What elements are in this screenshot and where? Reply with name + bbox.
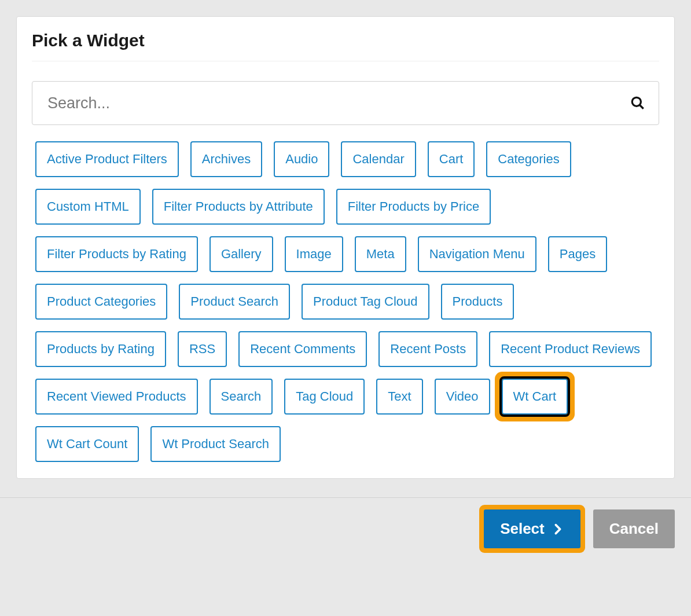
widget-item-recent-comments[interactable]: Recent Comments (238, 331, 367, 367)
widget-item-label: Active Product Filters (47, 152, 167, 166)
widget-item-label: Wt Product Search (162, 437, 269, 451)
widget-item-label: Custom HTML (47, 199, 129, 214)
widget-item-image[interactable]: Image (285, 236, 343, 272)
widget-item-label: Categories (498, 152, 559, 166)
widget-item-filter-products-by-price[interactable]: Filter Products by Price (336, 189, 491, 225)
widget-item-recent-posts[interactable]: Recent Posts (378, 331, 477, 367)
widget-item-label: Cart (439, 152, 464, 166)
widget-item-products-by-rating[interactable]: Products by Rating (35, 331, 166, 367)
widget-item-label: Products (453, 294, 503, 309)
widget-item-label: Calendar (352, 152, 404, 166)
widget-item-tag-cloud[interactable]: Tag Cloud (284, 379, 365, 415)
widget-item-label: Wt Cart (513, 389, 557, 404)
select-button-label: Select (500, 520, 545, 538)
widget-item-label: Product Categories (47, 294, 156, 309)
widget-item-wt-cart[interactable]: Wt Cart (502, 379, 568, 415)
widget-item-label: Video (446, 389, 479, 404)
widget-item-label: Navigation Menu (429, 247, 525, 261)
cancel-button-label: Cancel (609, 520, 659, 538)
widget-list: Active Product FiltersArchivesAudioCalen… (32, 141, 659, 462)
cancel-button[interactable]: Cancel (593, 509, 675, 548)
footer-bar: Select Cancel (0, 497, 691, 564)
widget-item-label: Search (221, 389, 262, 404)
widget-item-label: Gallery (221, 247, 262, 261)
svg-point-0 (632, 97, 641, 106)
widget-item-products[interactable]: Products (441, 284, 514, 320)
widget-item-filter-products-by-attribute[interactable]: Filter Products by Attribute (152, 189, 325, 225)
widget-item-label: Filter Products by Rating (47, 247, 186, 261)
svg-line-1 (639, 105, 644, 109)
widget-item-custom-html[interactable]: Custom HTML (35, 189, 141, 225)
widget-item-audio[interactable]: Audio (274, 141, 329, 177)
widget-item-meta[interactable]: Meta (355, 236, 406, 272)
widget-item-label: Products by Rating (47, 342, 155, 356)
widget-item-wt-cart-count[interactable]: Wt Cart Count (35, 426, 139, 462)
widget-item-categories[interactable]: Categories (486, 141, 571, 177)
widget-item-label: Tag Cloud (296, 389, 353, 404)
widget-item-label: Recent Viewed Products (47, 389, 186, 404)
widget-item-recent-viewed-products[interactable]: Recent Viewed Products (35, 379, 198, 415)
search-input[interactable] (32, 81, 659, 125)
widget-item-label: Image (296, 247, 332, 261)
widget-picker-panel: Pick a Widget Active Product FiltersArch… (16, 16, 675, 479)
widget-item-label: Text (388, 389, 411, 404)
widget-item-cart[interactable]: Cart (428, 141, 475, 177)
widget-item-label: Filter Products by Price (348, 199, 479, 214)
widget-item-label: Archives (202, 152, 251, 166)
search-icon (630, 96, 645, 111)
widget-item-label: Pages (560, 247, 596, 261)
widget-item-label: Recent Product Reviews (501, 342, 640, 356)
widget-item-label: Meta (366, 247, 395, 261)
widget-item-active-product-filters[interactable]: Active Product Filters (35, 141, 179, 177)
widget-item-calendar[interactable]: Calendar (341, 141, 416, 177)
widget-item-label: Filter Products by Attribute (164, 199, 313, 214)
widget-item-search[interactable]: Search (209, 379, 273, 415)
widget-item-label: RSS (189, 342, 215, 356)
widget-item-label: Product Tag Cloud (313, 294, 418, 309)
widget-item-filter-products-by-rating[interactable]: Filter Products by Rating (35, 236, 198, 272)
widget-item-label: Recent Comments (250, 342, 355, 356)
widget-item-archives[interactable]: Archives (190, 141, 262, 177)
panel-title: Pick a Widget (32, 31, 659, 61)
widget-item-video[interactable]: Video (435, 379, 490, 415)
widget-item-rss[interactable]: RSS (178, 331, 227, 367)
widget-item-navigation-menu[interactable]: Navigation Menu (418, 236, 536, 272)
widget-item-pages[interactable]: Pages (548, 236, 607, 272)
widget-item-label: Recent Posts (390, 342, 466, 356)
widget-item-text[interactable]: Text (376, 379, 422, 415)
widget-item-product-tag-cloud[interactable]: Product Tag Cloud (302, 284, 429, 320)
widget-item-label: Wt Cart Count (47, 437, 127, 451)
widget-item-recent-product-reviews[interactable]: Recent Product Reviews (489, 331, 652, 367)
chevron-right-icon (552, 523, 564, 536)
widget-item-wt-product-search[interactable]: Wt Product Search (150, 426, 281, 462)
widget-item-label: Audio (285, 152, 318, 166)
widget-item-product-categories[interactable]: Product Categories (35, 284, 167, 320)
widget-item-gallery[interactable]: Gallery (209, 236, 273, 272)
search-wrap (32, 81, 659, 125)
widget-item-label: Product Search (190, 294, 278, 309)
widget-item-product-search[interactable]: Product Search (179, 284, 290, 320)
select-button[interactable]: Select (484, 509, 580, 548)
